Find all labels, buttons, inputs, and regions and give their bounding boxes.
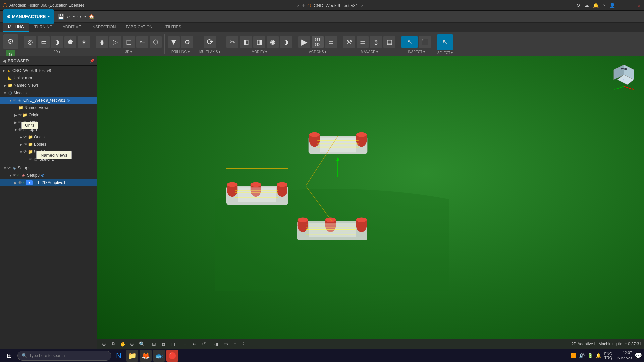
actions-settings-icon[interactable]: ☰ — [325, 36, 337, 48]
tool-layout-icon[interactable]: ◫ — [169, 340, 177, 348]
tree-item-leg[interactable]: ▶ 👁 □ leg:1 — [0, 119, 97, 126]
redo-dropdown-icon[interactable]: ▼ — [84, 15, 87, 18]
home-icon[interactable]: 🏠 — [89, 14, 94, 19]
tool-grid-icon[interactable]: ▦ — [159, 340, 167, 348]
manage3-icon[interactable]: ◎ — [370, 36, 382, 48]
tool-environment-icon[interactable]: ▭ — [222, 340, 230, 348]
taskbar-clock[interactable]: 12:07 12-Mar-23 — [615, 350, 632, 361]
tool-more-icon[interactable]: 〉 — [240, 340, 249, 348]
taskbar-app-fusion[interactable]: 🔴 — [166, 350, 178, 362]
file-title-close[interactable]: × — [361, 4, 363, 8]
question-icon[interactable]: ? — [603, 3, 605, 8]
2d-contour-icon[interactable]: ◎ — [24, 36, 36, 48]
network-icon[interactable]: 📶 — [571, 353, 576, 358]
tree-item-named-views-inner[interactable]: 📁 Named Views — [0, 104, 97, 111]
tool-zoom-in-icon[interactable]: ⊕ — [128, 340, 136, 348]
tool-zoom-out-icon[interactable]: 🔍 — [138, 340, 146, 348]
tool-effects-icon[interactable]: ≡ — [231, 340, 239, 348]
tool-redo-icon[interactable]: ↺ — [200, 340, 208, 348]
undo-icon[interactable]: ↩ — [66, 14, 70, 19]
file-close-btn[interactable]: × — [297, 4, 299, 8]
tree-expand-bodies[interactable]: ▶ — [19, 142, 23, 147]
modify5-icon[interactable]: ◑ — [280, 36, 292, 48]
tab-fabrication[interactable]: FABRICATION — [121, 23, 157, 32]
tree-item-setup8[interactable]: ▼ 👁 ✓ ◈ Setup8 ⊙ — [0, 172, 97, 179]
tree-expand-setups[interactable]: ▼ — [3, 166, 7, 170]
visibility-icon-sketch1[interactable]: 👁 — [29, 157, 33, 162]
tree-item-units[interactable]: 📐 Units: mm — [0, 74, 97, 82]
2d-slot-icon[interactable]: ◈ — [78, 36, 90, 48]
tree-expand-root[interactable]: ▼ — [1, 68, 6, 73]
visibility-icon-origin[interactable]: 👁 — [18, 113, 22, 117]
view-cube[interactable]: TOP X Y Z — [610, 63, 637, 90]
modify2-icon[interactable]: ◧ — [240, 36, 252, 48]
tab-utilities[interactable]: UTILITIES — [158, 23, 186, 32]
undo-dropdown-icon[interactable]: ▼ — [72, 15, 75, 18]
bell-icon[interactable]: 🔔 — [593, 3, 599, 8]
new-tab-btn[interactable]: + — [302, 2, 305, 8]
tool-orbit-icon[interactable]: ⧉ — [109, 340, 117, 348]
tool-fit-icon[interactable]: ⊞ — [150, 340, 158, 348]
tab-turning[interactable]: TURNING — [30, 23, 57, 32]
manage4-icon[interactable]: ▤ — [383, 36, 395, 48]
tool-select-icon[interactable]: ⊕ — [100, 340, 108, 348]
3d-adaptive-icon[interactable]: ◉ — [96, 36, 108, 48]
tree-item-named-views-top[interactable]: ▶ 📁 Named Views — [0, 82, 97, 89]
visibility-icon-origin-sub[interactable]: 👁 — [23, 135, 28, 139]
2d-face-icon[interactable]: ◑ — [51, 36, 63, 48]
tree-item-root[interactable]: ▼ ▲ CNC_Week 9_test v8 — [0, 67, 97, 74]
visibility-icon-sketches[interactable]: 👁 — [23, 149, 28, 154]
visibility-icon-cnc[interactable]: 👁 — [13, 98, 17, 103]
inspect2-icon[interactable]: ⬛ — [419, 36, 431, 48]
start-button[interactable]: ⊞ — [2, 350, 16, 361]
taskbar-app-explorer[interactable]: N — [113, 350, 125, 362]
tree-item-origin-top[interactable]: ▶ 👁 📁 Origin — [0, 111, 97, 119]
tree-item-origin-sub[interactable]: ▶ 👁 📁 Origin — [0, 133, 97, 141]
tree-expand-origin-top[interactable]: ▶ — [13, 113, 18, 117]
visibility-icon-setup8[interactable]: 👁 — [13, 173, 17, 178]
tree-item-top[interactable]: ▼ 👁 □ top:1 — [0, 126, 97, 133]
redo-icon[interactable]: ↪ — [77, 14, 82, 19]
manufacture-button[interactable]: ⚙ MANUFACTURE ▼ — [3, 9, 54, 24]
minimize-button[interactable]: – — [619, 3, 624, 8]
drill2-icon[interactable]: ⚙ — [181, 36, 193, 48]
visibility-icon-op1[interactable]: 👁 — [18, 180, 22, 185]
multiaxis-icon[interactable]: ⟳ — [204, 36, 216, 48]
volume-icon[interactable]: 🔊 — [579, 353, 585, 358]
tool-undo-icon[interactable]: ↩ — [191, 340, 199, 348]
3d-pocket-icon[interactable]: ▷ — [109, 36, 121, 48]
tree-expand-sketches[interactable]: ▼ — [19, 149, 23, 154]
tab-milling[interactable]: MILLING — [3, 23, 29, 32]
viewport[interactable]: TOP X Y Z ⊕ ⧉ ✋ ⊕ 🔍 ⊞ ▦ ◫ ↔ ↩ ↺ — [97, 56, 644, 349]
browser-pin-icon[interactable]: 📌 — [90, 59, 94, 63]
tool-pan-icon[interactable]: ✋ — [119, 340, 127, 348]
notification-icon[interactable]: 🔔 — [596, 353, 601, 358]
3d-contour-icon[interactable]: ⟜ — [136, 36, 148, 48]
tree-expand-op1[interactable]: ▶ — [13, 180, 18, 185]
chat-icon[interactable]: 💬 — [635, 352, 642, 359]
tree-expand-named-views-top[interactable]: ▶ — [3, 83, 7, 88]
3d-parallel-icon[interactable]: ◫ — [123, 36, 135, 48]
battery-icon[interactable]: 🔋 — [587, 353, 593, 358]
tab-additive[interactable]: ADDITIVE — [58, 23, 86, 32]
tree-expand-origin-sub[interactable]: ▶ — [19, 135, 23, 139]
modify1-icon[interactable]: ✂ — [226, 36, 238, 48]
manage2-icon[interactable]: ☰ — [357, 36, 369, 48]
tree-item-models[interactable]: ▼ ⬡ Models — [0, 89, 97, 97]
simulate-icon[interactable]: ▶ — [298, 36, 310, 48]
tree-expand-setup8[interactable]: ▼ — [8, 173, 13, 178]
drill-icon[interactable]: ▼ — [168, 36, 180, 48]
2d-bore-icon[interactable]: ⬟ — [64, 36, 76, 48]
manage1-icon[interactable]: ⚒ — [343, 36, 355, 48]
visibility-icon-setups[interactable]: 👁 — [7, 166, 11, 170]
maximize-button[interactable]: ☐ — [628, 3, 633, 8]
close-button[interactable]: × — [637, 3, 641, 8]
taskbar-app-files[interactable]: 📁 — [126, 350, 138, 362]
tree-expand-top[interactable]: ▼ — [13, 127, 18, 132]
setup-icon[interactable]: ⚙ — [3, 34, 18, 49]
modify3-icon[interactable]: ◨ — [253, 36, 265, 48]
tool-display-icon[interactable]: ↔ — [181, 340, 189, 348]
taskbar-app-firefox[interactable]: 🦊 — [140, 350, 152, 362]
inspect1-icon[interactable]: ↖ — [401, 36, 418, 48]
cloud-icon[interactable]: ☁ — [584, 3, 589, 8]
